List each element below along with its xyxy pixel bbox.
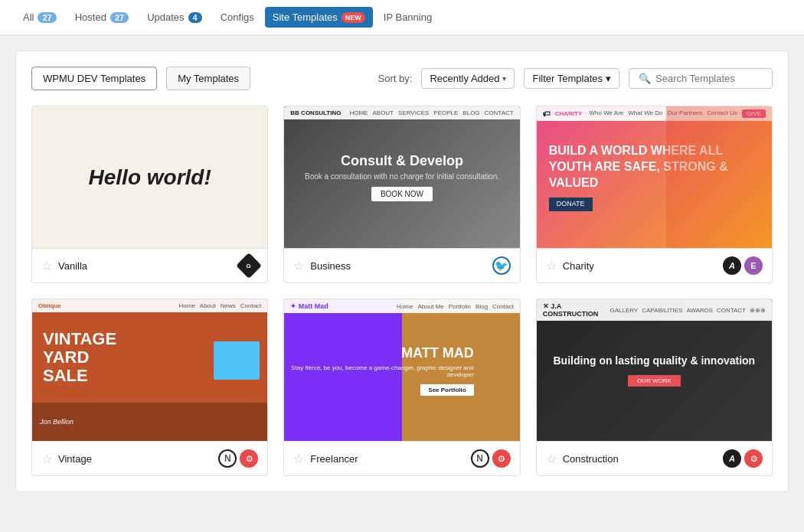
nav-hosted[interactable]: Hosted 27 [67, 7, 136, 28]
top-navigation: All 27 Hosted 27 Updates 4 Configs Site … [0, 0, 804, 35]
freelancer-bg: ✦ Matt Mad HomeAbout MePortfolioBlogCont… [284, 299, 519, 441]
freelancer-content: MATT MAD Stay fierce, be you, become a g… [284, 299, 519, 441]
plugin-icon-genesis: G [236, 253, 262, 279]
nav-all[interactable]: All 27 [15, 7, 64, 28]
template-preview-construction[interactable]: ✕ J.A CONSTRUCTION GALLERYCAPABILITIESAW… [537, 299, 772, 441]
template-footer-construction: ☆ Construction A ⊙ [537, 441, 772, 475]
template-icons: 🐦 [492, 256, 511, 275]
nav-configs[interactable]: Configs [213, 7, 262, 28]
plugin-icon-avada: A [723, 449, 741, 468]
star-icon[interactable]: ☆ [546, 259, 557, 273]
star-icon[interactable]: ☆ [546, 452, 557, 466]
template-name: Charity [563, 260, 723, 272]
template-card-charity: 🏷 CHARITY Who We AreWhat We DoOur Partne… [536, 106, 773, 283]
vintage-deco [214, 341, 260, 380]
nav-ip-banning[interactable]: IP Banning [376, 7, 440, 28]
vintage-bg: Oblique HomeAboutNewsContact VintageYard… [32, 299, 267, 441]
main-content: WPMU DEV Templates My Templates Sort by:… [15, 51, 789, 492]
template-preview-vanilla[interactable]: Hello world! [32, 106, 267, 248]
construction-nav: ✕ J.A CONSTRUCTION GALLERYCAPABILITIESAW… [537, 299, 772, 321]
template-card-freelancer: ✦ Matt Mad HomeAbout MePortfolioBlogCont… [283, 299, 520, 476]
sort-dropdown[interactable]: Recently Added ▾ [421, 68, 515, 89]
plugin-icon-stack: ⊙ [744, 449, 763, 468]
template-footer-vintage: ☆ Vintage N ⊙ [32, 441, 267, 475]
search-icon: 🔍 [639, 73, 651, 84]
sort-label: Sort by: [378, 73, 413, 84]
template-preview-vintage[interactable]: Oblique HomeAboutNewsContact VintageYard… [32, 299, 267, 441]
template-icons: N ⊙ [471, 449, 511, 468]
template-footer-vanilla: ☆ Vanilla G [32, 248, 267, 282]
vanilla-headline: Hello world! [89, 165, 211, 190]
template-name: Business [310, 260, 492, 272]
template-icons: N ⊙ [218, 449, 258, 468]
templates-grid: Hello world! ☆ Vanilla G BB CONSULTING [31, 106, 773, 476]
template-name: Construction [563, 453, 723, 465]
business-content: Consult & Develop Book a consultation wi… [305, 153, 499, 201]
nav-updates[interactable]: Updates 4 [139, 7, 210, 28]
plugin-icon-notion: N [471, 449, 489, 468]
plugin-icon-elementor: E [744, 256, 763, 275]
star-icon[interactable]: ☆ [41, 259, 52, 273]
plugin-icon-avada: A [723, 256, 741, 275]
template-name: Freelancer [310, 453, 470, 465]
plugin-icon-notion: N [218, 449, 237, 468]
filter-dropdown[interactable]: Filter Templates ▾ [524, 68, 619, 89]
tab-my-templates[interactable]: My Templates [166, 67, 250, 90]
template-preview-charity[interactable]: 🏷 CHARITY Who We AreWhat We DoOur Partne… [537, 106, 772, 248]
biz-nav-links: HOMEABOUTSERVICESPEOPLEBLOGCONTACT [349, 109, 513, 116]
templates-toolbar: WPMU DEV Templates My Templates Sort by:… [31, 67, 773, 90]
construction-bg: ✕ J.A CONSTRUCTION GALLERYCAPABILITIESAW… [537, 299, 772, 441]
template-preview-business[interactable]: BB CONSULTING HOMEABOUTSERVICESPEOPLEBLO… [284, 106, 519, 248]
template-card-vanilla: Hello world! ☆ Vanilla G [31, 106, 268, 283]
template-icons: G [240, 256, 258, 275]
vintage-footer-strip: Jon Bellion [32, 403, 267, 441]
tab-wpmu-dev[interactable]: WPMU DEV Templates [31, 67, 157, 90]
template-preview-freelancer[interactable]: ✦ Matt Mad HomeAbout MePortfolioBlogCont… [284, 299, 519, 441]
template-card-vintage: Oblique HomeAboutNewsContact VintageYard… [31, 299, 268, 476]
star-icon[interactable]: ☆ [41, 452, 52, 466]
template-icons: A ⊙ [723, 449, 763, 468]
template-card-construction: ✕ J.A CONSTRUCTION GALLERYCAPABILITIESAW… [536, 299, 773, 476]
construction-content: Building on lasting quality & innovation… [554, 354, 756, 387]
plugin-icon-stack: ⊙ [240, 449, 258, 468]
search-box: 🔍 [629, 68, 773, 89]
search-input[interactable] [655, 73, 763, 84]
star-icon[interactable]: ☆ [293, 452, 304, 466]
template-footer-business: ☆ Business 🐦 [284, 248, 519, 282]
biz-logo: BB CONSULTING [290, 109, 341, 116]
star-icon[interactable]: ☆ [293, 259, 304, 273]
chevron-down-icon: ▾ [502, 74, 506, 83]
plugin-icon-stack: ⊙ [492, 449, 511, 468]
template-footer-freelancer: ☆ Freelancer N ⊙ [284, 441, 519, 475]
vintage-nav: Oblique HomeAboutNewsContact [32, 299, 267, 312]
business-mini-nav: BB CONSULTING HOMEABOUTSERVICESPEOPLEBLO… [284, 106, 519, 119]
nav-site-templates[interactable]: Site Templates NEW [265, 7, 373, 28]
plugin-icon-hummingbird: 🐦 [492, 256, 511, 275]
template-name: Vintage [58, 453, 218, 465]
template-footer-charity: ☆ Charity A E [537, 248, 772, 282]
template-icons: A E [723, 256, 763, 275]
charity-photo [666, 106, 772, 248]
template-card-business: BB CONSULTING HOMEABOUTSERVICESPEOPLEBLO… [283, 106, 520, 283]
template-name: Vanilla [58, 260, 240, 272]
chevron-down-icon: ▾ [606, 73, 611, 84]
